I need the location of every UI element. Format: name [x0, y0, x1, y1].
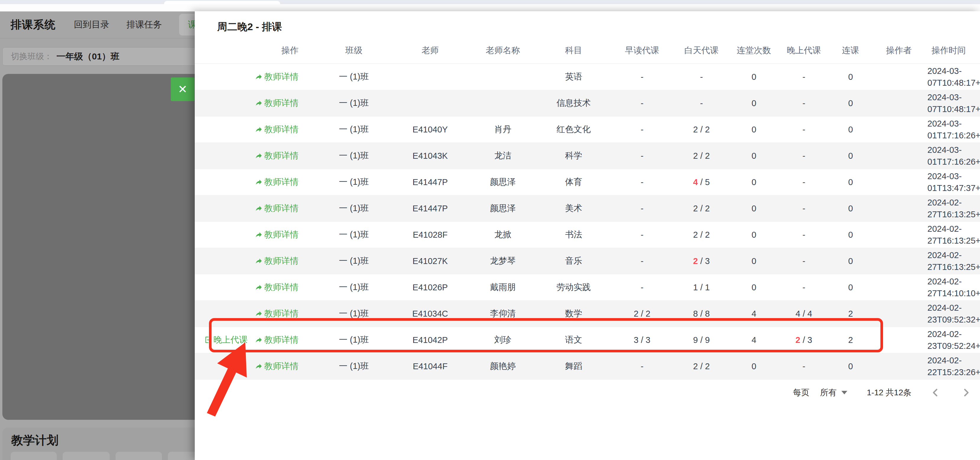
cell-op-time: 2024-02-22T15:23:26+: [924, 353, 980, 380]
pagination-range: 1-12 共12条: [867, 387, 912, 398]
cell-consecutive: 0: [828, 248, 873, 274]
class-switcher-value: 一年级（01）班: [56, 51, 119, 63]
day-sub-total: / 5: [698, 177, 710, 187]
teacher-detail-link[interactable]: 教师详情: [255, 255, 299, 267]
cell-subject: 英语: [538, 64, 609, 90]
evening-sub-link[interactable]: 晚上代课: [204, 334, 248, 346]
cell-op-time: 2024-02-23T09:52:24+: [924, 327, 980, 353]
cell-teacher-name: 龙掀: [468, 222, 538, 248]
cell-day-sub: 2 / 2: [675, 353, 728, 380]
cell-teacher-name: 颜艳婷: [468, 353, 538, 380]
day-sub-count: -: [700, 72, 703, 81]
cell-class: 一 (1)班: [315, 64, 393, 90]
teacher-detail-link[interactable]: 教师详情: [255, 71, 299, 83]
close-button[interactable]: ✕: [171, 78, 194, 101]
cell-subject: 数学: [538, 301, 609, 327]
teacher-detail-link[interactable]: 教师详情: [255, 229, 299, 240]
cell-consecutive: 0: [828, 196, 873, 222]
cell-subject: 语文: [538, 327, 609, 353]
teaching-plan-title: 教学计划: [11, 432, 59, 449]
evening-sub-count: -: [802, 177, 805, 187]
teacher-detail-link[interactable]: 教师详情: [255, 360, 299, 372]
col-day-sub: 白天代课: [675, 38, 728, 64]
day-sub-total: / 3: [698, 256, 710, 266]
cell-morning-sub: -: [609, 248, 675, 274]
cell-teacher-code: E41447P: [393, 169, 468, 196]
day-sub-count: 1: [693, 283, 698, 292]
cell-morning-sub: 2 / 2: [609, 301, 675, 327]
teacher-detail-link[interactable]: 教师详情: [255, 308, 299, 320]
class-switcher-label: 切换班级：: [11, 51, 52, 62]
per-page-select[interactable]: 所有: [820, 387, 847, 398]
cell-subject: 舞蹈: [538, 353, 609, 380]
table-row: 教师详情 一 (1)班 E41034C 李仰清 数学 2 / 2 8 / 8 4…: [195, 301, 980, 327]
forward-arrow-icon: [255, 99, 263, 107]
nav-item-scheduling-tasks[interactable]: 排课任务: [126, 19, 162, 31]
class-switcher[interactable]: 切换班级： 一年级（01）班: [2, 47, 201, 65]
col-operator: 操作者: [873, 38, 924, 64]
evening-sub-count: 2: [795, 335, 800, 345]
teacher-detail-link[interactable]: 教师详情: [255, 202, 299, 214]
col-streak-count: 连堂次数: [728, 38, 780, 64]
col-teacher-name: 老师名称: [468, 38, 538, 64]
cell-consecutive: 0: [828, 169, 873, 196]
prev-page-button[interactable]: [929, 387, 942, 399]
pagination-bar: 每页 所有 1-12 共12条: [793, 381, 972, 404]
evening-sub-total: / 4: [800, 309, 812, 318]
cell-teacher-code: E41034C: [393, 301, 468, 327]
plan-card: [63, 452, 110, 460]
cell-teacher-code: E41040Y: [393, 116, 468, 143]
cell-teacher-name: 肖丹: [468, 116, 538, 143]
day-sub-count: 2: [693, 256, 698, 266]
evening-sub-label: 晚上代课: [213, 334, 248, 346]
cell-consecutive: 2: [828, 301, 873, 327]
day-sub-total: / 1: [698, 283, 710, 292]
cell-morning-sub: -: [609, 274, 675, 301]
screenshot-root: { "colors":{"accent_green":"#4caf50","da…: [0, 0, 980, 460]
cell-teacher-code: E41447P: [393, 196, 468, 222]
cell-subject: 信息技术: [538, 90, 609, 116]
teacher-detail-link[interactable]: 教师详情: [255, 124, 299, 135]
cell-action: 教师详情: [195, 274, 315, 301]
col-op-time: 操作时间: [924, 38, 980, 64]
evening-sub-count: 4: [795, 309, 800, 318]
cell-teacher-code: E41028F: [393, 222, 468, 248]
teacher-detail-link[interactable]: 教师详情: [255, 176, 299, 188]
col-subject: 科目: [538, 38, 609, 64]
day-sub-total: / 2: [698, 361, 710, 371]
cell-operator: [873, 353, 924, 380]
teacher-detail-label: 教师详情: [264, 308, 299, 320]
col-consecutive: 连课: [828, 38, 873, 64]
cell-day-sub: 8 / 8: [675, 301, 728, 327]
cell-op-time: 2024-03-07T10:48:17+: [924, 90, 980, 116]
cell-op-time: 2024-02-23T09:52:32+: [924, 301, 980, 327]
teacher-detail-link[interactable]: 教师详情: [255, 150, 299, 162]
next-page-button[interactable]: [960, 387, 972, 399]
cell-action: 教师详情: [195, 64, 315, 90]
teacher-detail-link[interactable]: 教师详情: [255, 97, 299, 109]
cell-morning-sub: -: [609, 143, 675, 169]
day-sub-count: 2: [693, 204, 698, 213]
cell-class: 一 (1)班: [315, 327, 393, 353]
cell-day-sub: 4 / 5: [675, 169, 728, 196]
teacher-detail-link[interactable]: 教师详情: [255, 282, 299, 293]
nav-item-back-to-directory[interactable]: 回到目录: [74, 19, 109, 31]
cell-evening-sub: -: [780, 196, 828, 222]
cell-evening-sub: -: [780, 143, 828, 169]
cell-action: 教师详情: [195, 301, 315, 327]
browser-chrome-strip: [0, 0, 980, 4]
evening-sub-count: -: [802, 283, 805, 292]
cell-teacher-code: [393, 90, 468, 116]
cell-streak-count: 0: [728, 353, 780, 380]
forward-arrow-icon: [255, 178, 263, 186]
day-sub-count: 4: [693, 177, 698, 187]
table-row: 教师详情 一 (1)班 E41027K 龙梦琴 音乐 - 2 / 3 0 - 0…: [195, 248, 980, 274]
teacher-detail-link[interactable]: 教师详情: [255, 334, 299, 346]
cell-morning-sub: -: [609, 353, 675, 380]
cell-operator: [873, 301, 924, 327]
table-row: 教师详情 一 (1)班 E41043K 龙洁 科学 - 2 / 2 0 - 0 …: [195, 143, 980, 169]
day-sub-total: / 2: [698, 151, 710, 161]
cell-evening-sub: -: [780, 64, 828, 90]
cell-streak-count: 0: [728, 90, 780, 116]
col-evening-sub: 晚上代课: [780, 38, 828, 64]
